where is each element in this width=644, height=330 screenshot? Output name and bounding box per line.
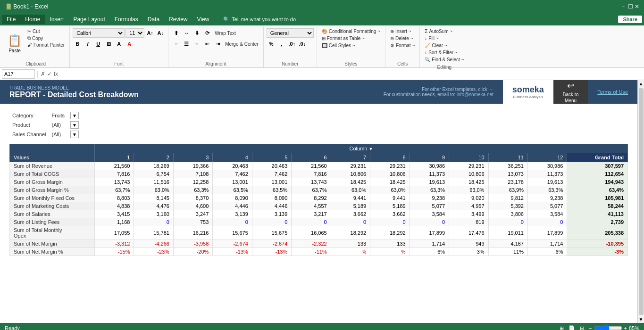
format-icon: ⚙ <box>390 43 394 48</box>
number-format-select[interactable]: General Number Currency Percentage <box>267 28 314 38</box>
menu-formulas[interactable]: Formulas <box>110 15 143 24</box>
cut-button[interactable]: ✂ Cut <box>25 28 67 34</box>
scroll-down-button[interactable]: ▼ <box>638 316 644 323</box>
formula-input[interactable] <box>60 71 642 77</box>
format-painter-button[interactable]: 🖌 Format Painter <box>25 42 67 48</box>
data-cell: 3,139 <box>213 210 252 218</box>
comma-button[interactable]: , <box>277 39 286 49</box>
increase-indent-button[interactable]: ⇥ <box>213 39 222 49</box>
zoom-out-button[interactable]: − <box>589 325 592 330</box>
menu-insert[interactable]: Insert <box>45 15 68 24</box>
page-break-icon[interactable]: ⊟ <box>580 325 584 330</box>
paste-button[interactable]: 📋 Paste <box>5 28 25 58</box>
align-bottom-button[interactable]: ⬇ <box>192 28 201 38</box>
scroll-up-button[interactable]: ▲ <box>638 80 644 87</box>
zoom-out-button2[interactable]: + <box>624 325 627 330</box>
share-button[interactable]: Share <box>618 16 642 23</box>
decrease-indent-button[interactable]: ⇤ <box>202 39 212 49</box>
spreadsheet-area: TRADE BUSINESS MODEL REPORT - Detailed C… <box>0 80 644 323</box>
data-cell: 8,090 <box>213 194 252 202</box>
data-cell: 3% <box>449 248 488 256</box>
insert-button[interactable]: ⊕ Insert ~ <box>388 28 413 34</box>
banner-subtitle: TRADE BUSINESS MODEL <box>9 85 365 91</box>
italic-button[interactable]: I <box>83 39 92 49</box>
scroll-thumb[interactable] <box>639 88 644 315</box>
underline-button[interactable]: U <box>93 39 103 49</box>
menu-review[interactable]: Review <box>164 15 192 24</box>
table-row: Sum of Revenue21,56018,26919,36620,46320… <box>10 162 628 170</box>
banner-logo: someka Business Analysis <box>503 80 553 104</box>
cell-styles-button[interactable]: 🔲 Cell Styles ~ <box>320 42 357 49</box>
menu-file[interactable]: File <box>2 15 20 24</box>
fill-button[interactable]: ↓ Fill ~ <box>423 35 440 41</box>
bold-button[interactable]: B <box>73 39 82 49</box>
align-left-button[interactable]: ≡ <box>171 39 181 49</box>
increase-decimal-button[interactable]: .0↑ <box>287 39 297 49</box>
cell-reference-box[interactable] <box>2 69 35 79</box>
zoom-slider[interactable] <box>594 324 622 330</box>
align-center-button[interactable]: ☰ <box>182 39 191 49</box>
back-to-menu-button[interactable]: ↩ Back to Menu <box>553 80 588 104</box>
data-cell: 19,613 <box>410 178 449 186</box>
terms-of-use-link[interactable]: Terms of Use <box>588 80 637 104</box>
decrease-decimal-button[interactable]: .0↓ <box>298 39 307 49</box>
decrease-font-button[interactable]: A↓ <box>156 28 165 38</box>
increase-font-button[interactable]: A↑ <box>145 28 155 38</box>
filter-row: Category Fruits ▼ <box>9 111 82 120</box>
ribbon: 📋 Paste ✂ Cut ⧉ Copy 🖌 Format Painter Cl… <box>0 25 644 68</box>
wrap-text-button[interactable]: Wrap Text <box>213 30 238 36</box>
vertical-scrollbar[interactable]: ▲ ▼ <box>637 80 644 323</box>
find-select-button[interactable]: 🔍 Find & Select ~ <box>423 57 466 63</box>
data-cell: 13,743 <box>95 178 134 186</box>
data-cell: 9,020 <box>449 194 488 202</box>
conditional-formatting-button[interactable]: 🎨 Conditional Formatting ~ <box>320 28 382 34</box>
autosum-button[interactable]: Σ AutoSum ~ <box>423 28 454 34</box>
status-text: Ready <box>5 325 20 330</box>
banner-center-line2: For customization needs, email to: info@… <box>384 92 493 97</box>
cancel-formula-icon[interactable]: ✗ <box>41 71 45 77</box>
fill-color-button[interactable]: A <box>114 39 124 49</box>
copy-button[interactable]: ⧉ Copy <box>25 35 67 41</box>
column-number-header: 3 <box>173 153 212 162</box>
page-layout-icon[interactable]: 📄 <box>569 325 575 330</box>
data-cell: 19,011 <box>488 226 527 240</box>
percent-button[interactable]: % <box>267 39 276 49</box>
data-cell: 15,675 <box>252 226 291 240</box>
ribbon-number: General Number Currency Percentage % , .… <box>264 26 317 67</box>
excel-content: TRADE BUSINESS MODEL REPORT - Detailed C… <box>0 80 637 323</box>
align-top-button[interactable]: ⬆ <box>171 28 181 38</box>
format-as-table-button[interactable]: ⊞ Format as Table ~ <box>320 35 367 41</box>
data-cell: 58,244 <box>567 202 628 210</box>
menu-view[interactable]: View <box>192 15 214 24</box>
menu-page-layout[interactable]: Page Layout <box>68 15 109 24</box>
confirm-formula-icon[interactable]: ✓ <box>47 71 52 77</box>
menu-home[interactable]: Home <box>20 15 45 24</box>
data-cell: 63,0% <box>449 186 488 194</box>
filter-dropdown-button[interactable]: ▼ <box>70 112 79 119</box>
data-cell: 3,139 <box>252 210 291 218</box>
menu-data[interactable]: Data <box>143 15 164 24</box>
align-right-button[interactable]: ≡ <box>192 39 201 49</box>
clear-button[interactable]: 🧹 Clear ~ <box>423 42 449 49</box>
border-button[interactable]: ⊞ <box>104 39 113 49</box>
orientation-button[interactable]: ⟳ <box>202 28 212 38</box>
data-cell: 307,597 <box>567 162 628 170</box>
filter-dropdown-button[interactable]: ▼ <box>70 121 79 129</box>
insert-function-icon[interactable]: fx <box>54 71 58 77</box>
sort-filter-button[interactable]: ↕ Sort & Filter ~ <box>423 50 459 56</box>
data-cell: 15,675 <box>213 226 252 240</box>
table-row: Sum of Gross Margin13,74311,51612,25813,… <box>10 178 628 186</box>
data-cell: 5,077 <box>527 202 567 210</box>
format-button[interactable]: ⚙ Format ~ <box>388 42 417 49</box>
column-dropdown[interactable]: ▼ <box>369 147 373 151</box>
normal-view-icon[interactable]: ⊞ <box>560 325 564 330</box>
filter-dropdown-button[interactable]: ▼ <box>70 131 79 138</box>
merge-center-button[interactable]: Merge & Center <box>223 41 260 47</box>
sort-icon: ↕ <box>425 50 427 55</box>
font-color-button[interactable]: A <box>125 39 134 49</box>
tell-me-box[interactable]: 🔍 Tell me what you want to do <box>223 16 618 23</box>
font-family-select[interactable]: Calibri <box>73 28 125 38</box>
align-middle-button[interactable]: ↔ <box>182 28 191 38</box>
font-size-select[interactable]: 11 <box>125 28 144 38</box>
delete-button[interactable]: ⊖ Delete ~ <box>388 35 415 41</box>
